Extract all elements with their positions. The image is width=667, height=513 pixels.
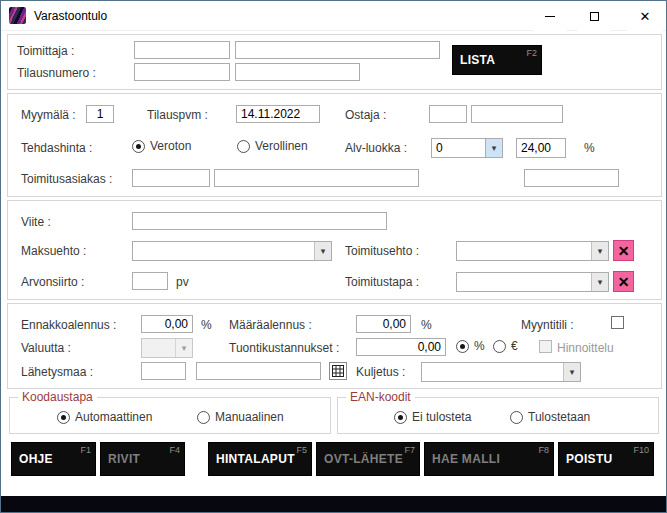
- koodaustapa-group: Koodaustapa Automaattinen Manuaalinen: [9, 397, 331, 434]
- close-button[interactable]: ✕: [627, 1, 663, 31]
- hintalaput-button-label: HINTALAPUT: [216, 452, 295, 466]
- radio-automaattinen[interactable]: Automaattinen: [57, 410, 152, 424]
- grid-icon: [332, 365, 344, 377]
- kuljetus-label: Kuljetus :: [356, 365, 405, 379]
- radio-veroton-circle: [132, 140, 145, 153]
- radio-ei-tulosteta-label: Ei tulosteta: [412, 410, 471, 424]
- poistu-button[interactable]: POISTU F10: [558, 442, 654, 476]
- alv-luokka-combobox[interactable]: 0 ▾: [431, 138, 503, 158]
- chevron-down-icon: ▾: [485, 139, 502, 157]
- toimitusehto-label: Toimitusehto :: [345, 244, 419, 258]
- lahetysmaa-lookup-button[interactable]: [329, 362, 347, 380]
- kuljetus-combobox[interactable]: ▾: [421, 362, 581, 382]
- ovt-lahete-button-fkey: F7: [404, 445, 415, 455]
- toimittaja-code-input[interactable]: [134, 41, 230, 59]
- ean-koodit-title: EAN-koodit: [346, 390, 415, 404]
- ovt-lahete-button-label: OVT-LÄHETE: [324, 452, 403, 466]
- tuontikustannukset-input[interactable]: [356, 338, 446, 356]
- hae-malli-button[interactable]: HAE MALLI F8: [424, 442, 554, 476]
- pv-label: pv: [176, 275, 189, 289]
- valuutta-value: [142, 339, 175, 357]
- maaraalennus-percent-sign: %: [421, 318, 432, 332]
- bottom-strip: [1, 496, 666, 512]
- minimize-icon: [545, 16, 555, 17]
- rivit-button-fkey: F4: [169, 445, 180, 455]
- myymala-input[interactable]: [86, 105, 114, 123]
- arvonsiirto-input[interactable]: [132, 272, 168, 290]
- chevron-down-icon: ▾: [314, 242, 331, 260]
- valuutta-label: Valuutta :: [21, 341, 71, 355]
- ostaja-code-input[interactable]: [429, 105, 467, 123]
- hintalaput-button[interactable]: HINTALAPUT F5: [208, 442, 312, 476]
- maaraalennus-input[interactable]: [356, 315, 411, 333]
- radio-automaattinen-label: Automaattinen: [75, 410, 152, 424]
- chevron-down-icon: ▾: [175, 339, 192, 357]
- radio-verollinen[interactable]: Verollinen: [237, 139, 308, 153]
- ostaja-name-input[interactable]: [471, 105, 563, 123]
- hinnoittelu-checkbox: [539, 340, 552, 353]
- alv-luokka-label: Alv-luokka :: [345, 141, 407, 155]
- ean-koodit-group: EAN-koodit Ei tulosteta Tulostetaan: [337, 397, 659, 434]
- radio-veroton[interactable]: Veroton: [132, 139, 191, 153]
- radio-tulostetaan-label: Tulostetaan: [528, 410, 590, 424]
- toimitusasiakas-label: Toimitusasiakas :: [21, 172, 112, 186]
- toimitusehto-combobox[interactable]: ▾: [456, 241, 609, 261]
- hae-malli-button-label: HAE MALLI: [432, 452, 500, 466]
- clear-toimitusehto-button[interactable]: ✕: [613, 240, 634, 261]
- toimitustapa-combobox[interactable]: ▾: [456, 272, 609, 292]
- ennakkoalennus-label: Ennakkoalennus :: [21, 318, 116, 332]
- maximize-button[interactable]: [577, 1, 611, 31]
- tilauspvm-input[interactable]: [236, 105, 320, 123]
- tilauspvm-label: Tilauspvm :: [147, 108, 208, 122]
- toimittaja-name-input[interactable]: [235, 41, 440, 59]
- alv-luokka-value: 0: [432, 139, 485, 157]
- ohje-button-fkey: F1: [80, 445, 91, 455]
- myyntitili-label: Myyntitili :: [521, 318, 574, 332]
- alv-percent-input[interactable]: [516, 138, 566, 158]
- window-title: Varastoontulo: [34, 9, 107, 23]
- radio-tuonti-euro[interactable]: €: [493, 339, 518, 353]
- koodaustapa-title: Koodaustapa: [18, 390, 97, 404]
- radio-manuaalinen[interactable]: Manuaalinen: [197, 410, 284, 424]
- chevron-down-icon: ▾: [563, 363, 580, 381]
- chevron-down-icon: ▾: [591, 273, 608, 291]
- tilausnumero-extra-input[interactable]: [235, 63, 360, 81]
- toimitustapa-value: [457, 273, 591, 291]
- ohje-button[interactable]: OHJE F1: [11, 442, 96, 476]
- radio-ei-tulosteta[interactable]: Ei tulosteta: [394, 410, 471, 424]
- toimitusasiakas-extra-input[interactable]: [524, 169, 619, 187]
- clear-toimitustapa-button[interactable]: ✕: [613, 271, 634, 292]
- radio-verollinen-label: Verollinen: [255, 139, 308, 153]
- maximize-icon: [590, 12, 599, 21]
- lista-button-label: LISTA: [460, 53, 495, 67]
- radio-tuonti-percent[interactable]: %: [456, 339, 485, 353]
- rivit-button-label: RIVIT: [108, 452, 140, 466]
- radio-automaattinen-circle: [57, 411, 70, 424]
- toimitusehto-value: [457, 242, 591, 260]
- maksuehto-combobox[interactable]: ▾: [132, 241, 332, 261]
- titlebar: Varastoontulo ✕: [1, 1, 666, 31]
- toimitusasiakas-name-input[interactable]: [214, 169, 419, 187]
- maksuehto-value: [133, 242, 314, 260]
- myyntitili-checkbox[interactable]: [611, 316, 624, 329]
- valuutta-combobox[interactable]: ▾: [141, 338, 193, 358]
- lahetysmaa-code-input[interactable]: [141, 362, 186, 380]
- toimitusasiakas-code-input[interactable]: [132, 169, 210, 187]
- rivit-button[interactable]: RIVIT F4: [100, 442, 185, 476]
- poistu-button-label: POISTU: [566, 452, 612, 466]
- viite-input[interactable]: [132, 212, 387, 230]
- ennakkoalennus-input[interactable]: [141, 315, 193, 333]
- radio-tuonti-euro-label: €: [511, 339, 518, 353]
- maksuehto-label: Maksuehto :: [21, 244, 86, 258]
- lahetysmaa-name-input[interactable]: [196, 362, 321, 380]
- tilausnumero-input[interactable]: [134, 63, 230, 81]
- clear-x-icon: ✕: [618, 244, 630, 258]
- minimize-button[interactable]: [533, 1, 567, 31]
- lista-button[interactable]: LISTA F2: [452, 45, 542, 75]
- arvonsiirto-label: Arvonsiirto :: [21, 275, 84, 289]
- app-logo-icon: [9, 7, 26, 24]
- ovt-lahete-button[interactable]: OVT-LÄHETE F7: [316, 442, 420, 476]
- radio-tulostetaan[interactable]: Tulostetaan: [510, 410, 590, 424]
- lahetysmaa-label: Lähetysmaa :: [21, 365, 93, 379]
- tuontikustannukset-label: Tuontikustannukset :: [229, 341, 339, 355]
